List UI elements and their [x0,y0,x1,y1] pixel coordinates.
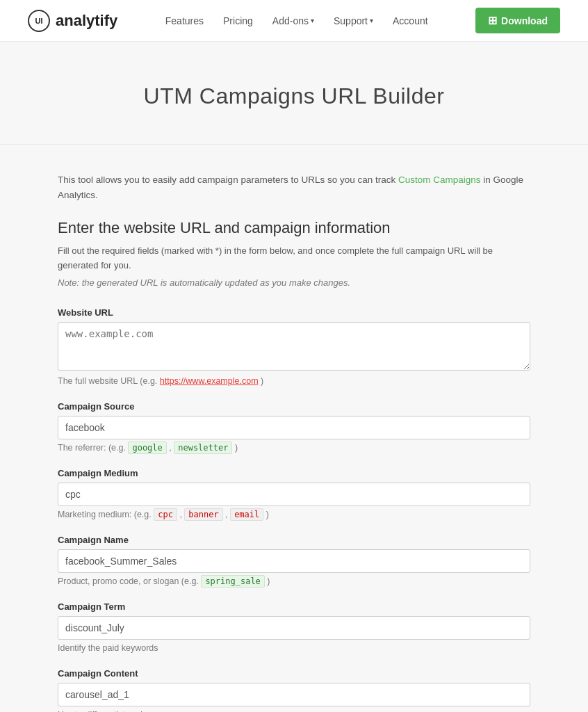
website-url-input[interactable] [58,322,530,371]
custom-campaigns-link[interactable]: Custom Campaigns [398,175,481,185]
wordpress-icon: ⊞ [488,14,497,27]
nav-links: Features Pricing Add-ons ▾ Support ▾ Acc… [165,15,428,26]
website-url-label: Website URL [58,307,530,318]
campaign-source-group: Campaign Source The referrer: (e.g. goog… [58,401,530,453]
page-title: UTM Campaigns URL Builder [14,83,574,109]
hero-section: UTM Campaigns URL Builder [0,42,588,145]
form-section-desc: Fill out the required fields (marked wit… [58,244,530,273]
chevron-down-icon: ▾ [311,17,314,24]
chevron-down-icon: ▾ [370,17,373,24]
campaign-source-input[interactable] [58,416,530,439]
navbar: UI analytify Features Pricing Add-ons ▾ … [0,0,588,42]
campaign-medium-input[interactable] [58,483,530,506]
campaign-medium-label: Campaign Medium [58,468,530,478]
campaign-content-label: Campaign Content [58,668,530,679]
campaign-content-group: Campaign Content Use to differentiate ad… [58,668,530,712]
campaign-source-hint: The referrer: (e.g. google , newsletter … [58,443,530,453]
campaign-name-group: Campaign Name Product, promo code, or sl… [58,535,530,586]
download-button[interactable]: ⊞ Download [475,8,560,33]
website-url-group: Website URL The full website URL (e.g. h… [58,307,530,386]
campaign-medium-group: Campaign Medium Marketing medium: (e.g. … [58,468,530,519]
hint-tag-cpc: cpc [154,508,177,521]
campaign-term-input[interactable] [58,616,530,640]
example-url-link[interactable]: https://www.example.com [160,376,259,386]
nav-item-addons[interactable]: Add-ons ▾ [272,15,314,26]
hint-tag-newsletter: newsletter [174,442,232,454]
nav-item-support[interactable]: Support ▾ [334,15,373,26]
campaign-term-hint: Identify the paid keywords [58,643,530,653]
campaign-name-label: Campaign Name [58,535,530,545]
campaign-source-label: Campaign Source [58,401,530,412]
nav-item-features[interactable]: Features [165,15,204,26]
hint-tag-spring-sale: spring_sale [201,575,264,588]
campaign-content-input[interactable] [58,683,530,706]
website-url-hint: The full website URL (e.g. https://www.e… [58,376,530,386]
brand-icon: UI [28,10,50,32]
hint-tag-banner: banner [184,508,222,521]
campaign-term-label: Campaign Term [58,601,530,612]
intro-paragraph: This tool allows you to easily add campa… [58,172,530,202]
campaign-name-hint: Product, promo code, or slogan (e.g. spr… [58,576,530,586]
nav-pricing-link[interactable]: Pricing [223,15,253,26]
nav-item-account[interactable]: Account [393,15,428,26]
brand-logo[interactable]: UI analytify [28,10,117,32]
nav-item-pricing[interactable]: Pricing [223,15,253,26]
nav-features-link[interactable]: Features [165,15,204,26]
main-content: This tool allows you to easily add campa… [44,145,544,712]
nav-account-link[interactable]: Account [393,15,428,26]
brand-name: analytify [56,12,117,30]
campaign-medium-hint: Marketing medium: (e.g. cpc , banner , e… [58,510,530,519]
campaign-term-group: Campaign Term Identify the paid keywords [58,601,530,653]
form-section-note: Note: the generated URL is automatically… [58,277,530,288]
campaign-name-input[interactable] [58,549,530,573]
hint-tag-email: email [230,508,263,521]
hint-tag-google: google [128,442,166,454]
form-section-title: Enter the website URL and campaign infor… [58,219,530,237]
